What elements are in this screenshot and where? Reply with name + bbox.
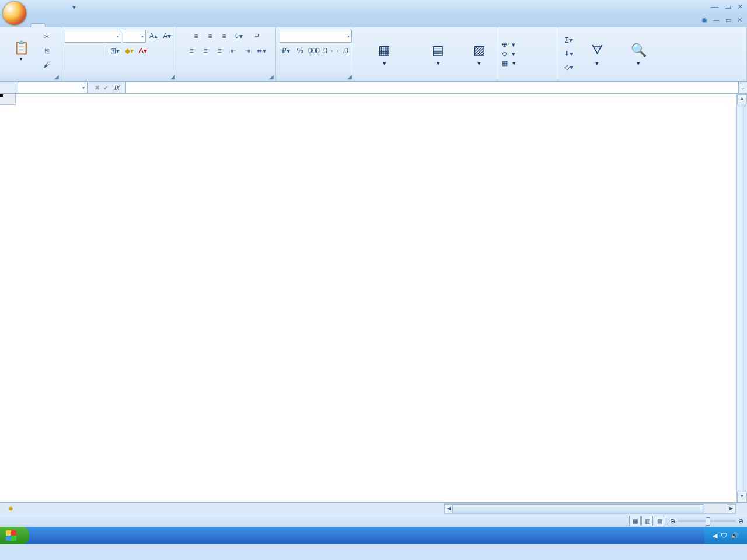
sort-filter-button[interactable]: ᗊ▾ (577, 40, 617, 68)
doc-minimize-icon[interactable]: — (713, 16, 720, 24)
align-top-icon[interactable]: ≡ (190, 30, 203, 43)
formula-input[interactable] (125, 82, 739, 93)
increase-indent-icon[interactable]: ⇥ (241, 44, 254, 57)
qat-dropdown-icon[interactable]: ▾ (69, 2, 79, 13)
scroll-right-icon[interactable]: ▶ (727, 504, 736, 513)
tab-insert[interactable] (46, 24, 60, 27)
view-pagebreak-icon[interactable]: ▤ (654, 516, 665, 526)
align-bottom-icon[interactable]: ≡ (218, 30, 231, 43)
insert-row-icon: ⊕ (502, 41, 507, 48)
wrap-text-icon[interactable]: ⤶ (250, 30, 263, 43)
view-layout-icon[interactable]: ▥ (641, 516, 653, 526)
autosum-icon[interactable]: Σ▾ (562, 34, 575, 47)
align-right-icon[interactable]: ≡ (213, 44, 226, 57)
spreadsheet-grid[interactable]: ▲ ▼ (0, 94, 747, 502)
minimize-icon[interactable]: — (711, 2, 718, 11)
tab-formulas[interactable] (74, 24, 88, 27)
dialog-launcher-icon[interactable]: ◢ (347, 74, 352, 80)
cond-format-icon: ▦ (375, 41, 394, 60)
scroll-thumb[interactable] (738, 104, 746, 492)
new-sheet-icon[interactable]: ✸ (8, 505, 13, 513)
orientation-icon[interactable]: ⤹▾ (232, 30, 245, 43)
fill-icon[interactable]: ⬇▾ (562, 47, 575, 60)
align-center-icon[interactable]: ≡ (199, 44, 212, 57)
fill-color-icon[interactable]: ◆▾ (123, 44, 135, 57)
conditional-format-button[interactable]: ▦▾ (358, 40, 411, 68)
align-middle-icon[interactable]: ≡ (204, 30, 217, 43)
cancel-formula-icon[interactable]: ✖ (95, 84, 100, 92)
format-table-button[interactable]: ▤▾ (413, 40, 463, 68)
scroll-up-icon[interactable]: ▲ (737, 94, 747, 104)
grow-font-icon[interactable]: A▴ (147, 30, 159, 43)
tray-icon[interactable]: 🔊 (731, 532, 739, 540)
dialog-launcher-icon[interactable]: ◢ (54, 74, 59, 80)
redo-icon[interactable] (56, 2, 67, 13)
dec-decimal-icon[interactable]: ←.0 (336, 44, 348, 57)
zoom-out-icon[interactable]: ⊖ (670, 517, 675, 525)
horizontal-scrollbar[interactable]: ◀ ▶ (444, 503, 736, 514)
dialog-launcher-icon[interactable]: ◢ (170, 74, 175, 80)
tab-home[interactable] (30, 23, 46, 27)
office-button[interactable] (2, 1, 27, 26)
undo-icon[interactable] (43, 2, 54, 13)
table-icon: ▤ (429, 41, 448, 60)
inc-decimal-icon[interactable]: .0→ (322, 44, 334, 57)
comma-icon[interactable]: 000 (308, 44, 320, 57)
doc-restore-icon[interactable]: ▭ (725, 16, 731, 24)
formula-bar: ▾ ✖ ✔ fx ⌄ (0, 82, 747, 94)
number-format-combo[interactable]: ▾ (280, 30, 352, 43)
paste-button[interactable]: 📋 ▾ (4, 37, 39, 64)
tab-view[interactable] (116, 24, 130, 27)
close-icon[interactable]: ✕ (737, 2, 743, 11)
format-painter-icon[interactable]: 🖌 (40, 58, 53, 71)
shrink-font-icon[interactable]: A▾ (161, 30, 173, 43)
windows-logo-icon (6, 530, 16, 541)
zoom-in-icon[interactable]: ⊕ (738, 517, 743, 525)
system-tray[interactable]: ◀ 🛡 🔊 (704, 527, 747, 544)
clear-icon[interactable]: ◇▾ (562, 61, 575, 74)
cell-styles-button[interactable]: ▨▾ (465, 40, 493, 68)
font-size-combo[interactable]: ▾ (123, 30, 146, 43)
tray-icon[interactable]: 🛡 (721, 532, 727, 539)
hscroll-thumb[interactable] (452, 504, 704, 513)
currency-icon[interactable]: ₽▾ (280, 44, 292, 57)
dialog-launcher-icon[interactable]: ◢ (269, 74, 274, 80)
format-cells-button[interactable]: ▦ ▾ (501, 59, 517, 68)
select-all-button[interactable] (0, 94, 16, 105)
copy-icon[interactable]: ⎘ (40, 44, 53, 57)
tab-data[interactable] (88, 24, 102, 27)
delete-cells-button[interactable]: ⊖ ▾ (501, 50, 517, 58)
merge-icon[interactable]: ⬌▾ (255, 44, 268, 57)
quick-access-toolbar: ▾ (30, 2, 79, 13)
help-icon[interactable]: ◉ (701, 16, 707, 24)
underline-button[interactable] (93, 44, 106, 57)
save-icon[interactable] (30, 2, 41, 13)
find-select-button[interactable]: 🔍▾ (619, 40, 658, 68)
font-color-icon[interactable]: A▾ (137, 44, 149, 57)
expand-formula-icon[interactable]: ⌄ (741, 85, 745, 90)
scroll-down-icon[interactable]: ▼ (737, 492, 747, 502)
start-button[interactable] (0, 527, 29, 544)
borders-icon[interactable]: ⊞▾ (109, 44, 121, 57)
font-name-combo[interactable]: ▾ (65, 30, 121, 43)
insert-cells-button[interactable]: ⊕ ▾ (501, 40, 517, 49)
zoom-slider[interactable] (678, 520, 736, 522)
tab-layout[interactable] (60, 24, 74, 27)
ribbon: 📋 ▾ ✂ ⎘ 🖌 ◢ ▾ ▾ A▴ A▾ ⊞▾ (0, 27, 747, 82)
fx-icon[interactable]: fx (114, 83, 120, 92)
format-icon: ▦ (502, 60, 508, 67)
enter-formula-icon[interactable]: ✔ (103, 84, 109, 92)
bold-button[interactable] (65, 44, 78, 57)
percent-icon[interactable]: % (294, 44, 306, 57)
view-normal-icon[interactable]: ▦ (629, 516, 641, 526)
tab-review[interactable] (102, 24, 116, 27)
maximize-icon[interactable]: ▭ (724, 2, 731, 11)
align-left-icon[interactable]: ≡ (185, 44, 198, 57)
decrease-indent-icon[interactable]: ⇤ (227, 44, 240, 57)
doc-close-icon[interactable]: ✕ (737, 16, 742, 24)
cut-icon[interactable]: ✂ (40, 30, 53, 43)
name-box[interactable]: ▾ (18, 82, 88, 93)
vertical-scrollbar[interactable]: ▲ ▼ (736, 94, 747, 502)
tray-icon[interactable]: ◀ (713, 532, 717, 540)
italic-button[interactable] (79, 44, 92, 57)
